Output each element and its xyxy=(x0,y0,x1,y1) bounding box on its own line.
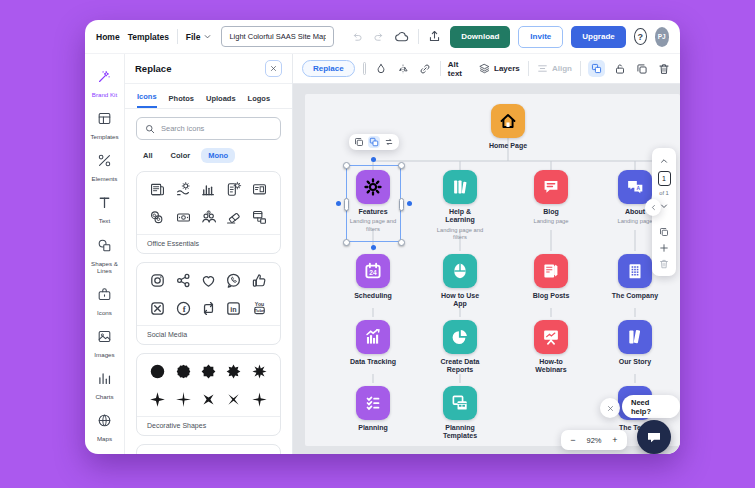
swap-icon[interactable] xyxy=(383,136,395,148)
sitemap-node-blog-posts[interactable]: Blog Posts xyxy=(516,254,586,300)
panel-icon-monitor-cash[interactable] xyxy=(250,180,269,199)
share-upload-icon[interactable] xyxy=(427,29,442,44)
sidebar-item-icons[interactable]: Icons xyxy=(85,286,125,316)
filter-all[interactable]: All xyxy=(136,148,160,163)
dismiss-help-icon[interactable] xyxy=(600,398,620,418)
panel-icon-star-4-thin[interactable] xyxy=(174,390,193,409)
panel-icon-flower-circle[interactable] xyxy=(199,362,218,381)
delete-icon[interactable] xyxy=(657,62,671,76)
zoom-level[interactable]: 92% xyxy=(586,436,601,445)
sitemap-node-features[interactable]: FeaturesLanding page and filters xyxy=(338,170,408,233)
panel-icon-burst-8[interactable] xyxy=(224,362,243,381)
search-input[interactable]: Search icons xyxy=(136,117,281,140)
panel-icon-eraser[interactable] xyxy=(224,208,243,227)
undo-icon[interactable] xyxy=(350,30,364,44)
books-icon[interactable] xyxy=(443,170,477,204)
align-button[interactable]: Align xyxy=(536,62,572,75)
sidebar-item-charts[interactable]: Charts xyxy=(85,370,125,400)
zoom-out-button[interactable]: − xyxy=(567,435,579,445)
gear-icon[interactable] xyxy=(356,170,390,204)
news-icon[interactable] xyxy=(534,254,568,288)
panel-icon-flow-window[interactable] xyxy=(250,208,269,227)
design-title-input[interactable] xyxy=(221,26,334,47)
tab-photos[interactable]: Photos xyxy=(169,94,194,108)
redo-icon[interactable] xyxy=(372,30,386,44)
tab-icons[interactable]: Icons xyxy=(137,92,157,108)
chat-duo-icon[interactable]: A xyxy=(618,170,652,204)
upgrade-button[interactable]: Upgrade xyxy=(571,26,625,48)
lock-icon[interactable] xyxy=(613,62,627,76)
duplicate-page-icon[interactable] xyxy=(658,226,670,238)
zoom-in-button[interactable]: + xyxy=(609,435,621,445)
sitemap-node-our-story[interactable]: Our Story xyxy=(600,320,670,366)
panel-icon-petal-plus[interactable] xyxy=(250,390,269,409)
panel-icon-p-person[interactable] xyxy=(148,453,167,454)
panel-icon-petal-x-thin[interactable] xyxy=(224,390,243,409)
link-icon[interactable] xyxy=(418,62,432,76)
cloud-sync-icon[interactable] xyxy=(394,29,410,45)
replace-button[interactable]: Replace xyxy=(302,60,355,77)
layers-button[interactable]: Layers xyxy=(478,62,520,75)
flip-icon[interactable] xyxy=(396,62,410,76)
pie-icon[interactable] xyxy=(443,320,477,354)
panel-icon-repost[interactable] xyxy=(199,299,218,318)
sitemap-node-blog[interactable]: BlogLanding page xyxy=(516,170,586,226)
panel-icon-p-lock[interactable] xyxy=(174,453,193,454)
filter-color[interactable]: Color xyxy=(164,148,198,163)
sidebar-item-maps[interactable]: Maps xyxy=(85,412,125,442)
file-menu[interactable]: File xyxy=(186,31,214,42)
chat-button[interactable] xyxy=(637,420,671,454)
tab-uploads[interactable]: Uploads xyxy=(206,94,236,108)
sitemap-node-how-to-webinars[interactable]: How-to Webinars xyxy=(516,320,586,375)
sidebar-item-brand-kit[interactable]: Brand Kit xyxy=(85,68,125,98)
panel-icon-star-8[interactable] xyxy=(250,362,269,381)
sidebar-item-shapes-lines[interactable]: Shapes & Lines xyxy=(85,237,125,274)
sidebar-item-images[interactable]: Images xyxy=(85,328,125,358)
sidebar-item-elements[interactable]: Elements xyxy=(85,152,125,182)
sitemap-node-scheduling[interactable]: 24 Scheduling xyxy=(338,254,408,300)
panel-icon-hand-gear[interactable] xyxy=(174,180,193,199)
connector-dot[interactable] xyxy=(371,245,376,250)
connector-dot[interactable] xyxy=(371,157,376,162)
design-page[interactable]: Home Page FeaturesLanding page and filte… xyxy=(305,94,680,446)
panel-icon-p-dome[interactable] xyxy=(224,453,243,454)
home-icon[interactable] xyxy=(491,104,525,138)
alt-text-button[interactable]: Alt text xyxy=(448,60,462,78)
sitemap-node-create-data-reports[interactable]: Create Data Reports xyxy=(425,320,495,375)
menu-home[interactable]: Home xyxy=(96,32,120,42)
chat-lines-icon[interactable] xyxy=(534,170,568,204)
panel-icon-p-camera[interactable] xyxy=(250,453,269,454)
calendar-icon[interactable]: 24 xyxy=(356,254,390,288)
sitemap-node-home-page[interactable]: Home Page xyxy=(473,104,543,150)
sitemap-node-planning[interactable]: Planning xyxy=(338,386,408,432)
panel-icon-whatsapp[interactable] xyxy=(224,271,243,290)
sidebar-item-templates[interactable]: Templates xyxy=(85,110,125,140)
panel-icon-newspaper[interactable] xyxy=(148,180,167,199)
panel-icon-p-bird[interactable] xyxy=(199,453,218,454)
panel-icon-scroll-gear[interactable] xyxy=(224,180,243,199)
add-page-icon[interactable] xyxy=(658,242,670,254)
sitemap-node-planning-templates[interactable]: Planning Templates xyxy=(425,386,495,441)
sitemap-node-how-to-use-app[interactable]: How to Use App xyxy=(425,254,495,309)
building-icon[interactable] xyxy=(618,254,652,288)
panel-icon-youtube[interactable]: YouTube xyxy=(250,299,269,318)
panel-icon-cash[interactable] xyxy=(174,208,193,227)
download-button[interactable]: Download xyxy=(450,26,510,48)
invite-button[interactable]: Invite xyxy=(518,26,563,48)
help-icon[interactable]: ? xyxy=(634,28,647,45)
canvas-area[interactable]: Home Page FeaturesLanding page and filte… xyxy=(293,84,680,454)
sitemap-node-data-tracking[interactable]: Data Tracking xyxy=(338,320,408,366)
chart-trend-icon[interactable] xyxy=(356,320,390,354)
color-swatch[interactable] xyxy=(363,62,366,75)
mouse-icon[interactable] xyxy=(443,254,477,288)
windows-icon[interactable] xyxy=(443,386,477,420)
close-icon[interactable] xyxy=(265,60,282,77)
panel-icon-bar-chart[interactable] xyxy=(199,180,218,199)
panel-icon-linkedin[interactable]: in xyxy=(224,299,243,318)
sitemap-node-help-learning[interactable]: Help & LearningLanding page and filters xyxy=(425,170,495,242)
panel-icon-people-clock[interactable] xyxy=(199,208,218,227)
panel-icon-blob-circle[interactable] xyxy=(148,362,167,381)
collapse-panel-button[interactable] xyxy=(645,199,661,216)
menu-templates[interactable]: Templates xyxy=(128,32,169,42)
duplicate-icon[interactable] xyxy=(353,136,365,148)
